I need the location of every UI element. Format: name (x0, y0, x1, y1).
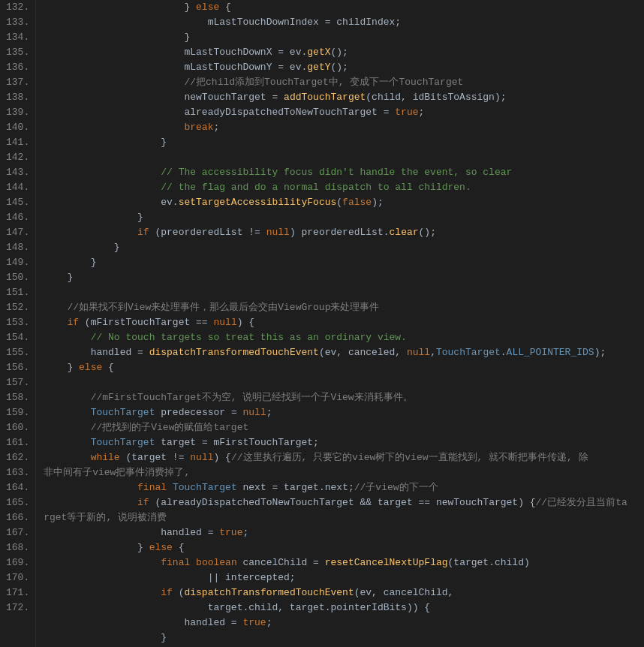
ln-136: 136. (6, 60, 29, 75)
ln-153: 153. (6, 315, 29, 330)
code-area[interactable]: } else { mLastTouchDownIndex = childInde… (36, 0, 644, 647)
ln-168: 168. (6, 540, 29, 555)
code-line-150: } (44, 270, 644, 285)
code-line-160: //把找到的子View的赋值给target (44, 420, 644, 435)
code-line-143: // The accessibility focus didn't handle… (44, 165, 644, 180)
code-line-167: final boolean cancelChild = resetCancelN… (44, 555, 644, 570)
code-line-159: TouchTarget predecessor = null; (44, 405, 644, 420)
code-line-149: } (44, 255, 644, 270)
ln-151: 151. (6, 285, 29, 300)
code-line-135: mLastTouchDownX = ev.getX(); (44, 45, 644, 60)
code-line-168: || intercepted; (44, 570, 644, 585)
ln-163: 163. (6, 465, 29, 480)
ln-150: 150. (6, 270, 29, 285)
ln-135: 135. (6, 45, 29, 60)
ln-140: 140. (6, 120, 29, 135)
code-line-156: } else { (44, 360, 644, 375)
code-line-146: } (44, 210, 644, 225)
ln-156: 156. (6, 360, 29, 375)
ln-170: 170. (6, 570, 29, 585)
code-line-154: // No touch targets so treat this as an … (44, 330, 644, 345)
ln-160: 160. (6, 420, 29, 435)
ln-155: 155. (6, 345, 29, 360)
code-line-142 (44, 150, 644, 165)
ln-167: 167. (6, 525, 29, 540)
code-line-172: } (44, 630, 644, 645)
ln-147: 147. (6, 225, 29, 240)
code-line-161: TouchTarget target = mFirstTouchTarget; (44, 435, 644, 450)
ln-158: 158. (6, 390, 29, 405)
ln-172: 172. (6, 600, 29, 615)
code-line-165: handled = true; (44, 525, 644, 540)
code-line-137: //把child添加到TouchTarget中, 变成下一个TouchTarge… (44, 75, 644, 90)
code-line-139: alreadyDispatchedToNewTouchTarget = true… (44, 105, 644, 120)
code-line-158: //mFirstTouchTarget不为空, 说明已经找到一个子View来消耗… (44, 390, 644, 405)
ln-164: 164. (6, 480, 29, 495)
ln-142: 142. (6, 150, 29, 165)
ln-138: 138. (6, 90, 29, 105)
code-line-162b: 非中间有子view把事件消费掉了, (44, 465, 644, 480)
code-line-164b: rget等于新的, 说明被消费 (44, 510, 644, 525)
code-line-144: // the flag and do a normal dispatch to … (44, 180, 644, 195)
code-line-141: } (44, 135, 644, 150)
code-line-151 (44, 285, 644, 300)
code-line-147: if (preorderedList != null) preorderedLi… (44, 225, 644, 240)
ln-165: 165. (6, 495, 29, 510)
ln-137: 137. (6, 75, 29, 90)
ln-154: 154. (6, 330, 29, 345)
line-numbers: 132. 133. 134. 135. 136. 137. 138. 139. … (0, 0, 36, 647)
ln-132: 132. (6, 0, 29, 15)
ln-166: 166. (6, 510, 29, 525)
code-line-132: } else { (44, 0, 644, 15)
ln-157: 157. (6, 375, 29, 390)
ln-145: 145. (6, 195, 29, 210)
code-line-145: ev.setTargetAccessibilityFocus(false); (44, 195, 644, 210)
ln-171: 171. (6, 585, 29, 600)
code-line-134: } (44, 30, 644, 45)
code-line-152: //如果找不到View来处理事件，那么最后会交由ViewGroup来处理事件 (44, 300, 644, 315)
ln-146: 146. (6, 210, 29, 225)
ln-162: 162. (6, 450, 29, 465)
code-line-155: handled = dispatchTransformedTouchEvent(… (44, 345, 644, 360)
ln-134: 134. (6, 30, 29, 45)
code-line-163: final TouchTarget next = target.next;//子… (44, 480, 644, 495)
ln-141: 141. (6, 135, 29, 150)
code-line-153: if (mFirstTouchTarget == null) { (44, 315, 644, 330)
code-line-164: if (alreadyDispatchedToNewTouchTarget &&… (44, 495, 644, 510)
ln-143: 143. (6, 165, 29, 180)
code-line-170: target.child, target.pointerIdBits)) { (44, 600, 644, 615)
ln-159: 159. (6, 405, 29, 420)
code-line-166: } else { (44, 540, 644, 555)
code-line-140: break; (44, 120, 644, 135)
code-line-171: handled = true; (44, 615, 644, 630)
ln-139: 139. (6, 105, 29, 120)
code-line-162: while (target != null) {//这里执行遍历, 只要它的vi… (44, 450, 644, 465)
ln-144: 144. (6, 180, 29, 195)
ln-152: 152. (6, 300, 29, 315)
code-line-136: mLastTouchDownY = ev.getY(); (44, 60, 644, 75)
ln-133: 133. (6, 15, 29, 30)
ln-169: 169. (6, 555, 29, 570)
code-line-169: if (dispatchTransformedTouchEvent(ev, ca… (44, 585, 644, 600)
editor-container: 132. 133. 134. 135. 136. 137. 138. 139. … (0, 0, 644, 647)
code-line-148: } (44, 240, 644, 255)
ln-149: 149. (6, 255, 29, 270)
ln-148: 148. (6, 240, 29, 255)
code-line-157 (44, 375, 644, 390)
ln-161: 161. (6, 435, 29, 450)
code-line-133: mLastTouchDownIndex = childIndex; (44, 15, 644, 30)
code-line-138: newTouchTarget = addTouchTarget(child, i… (44, 90, 644, 105)
